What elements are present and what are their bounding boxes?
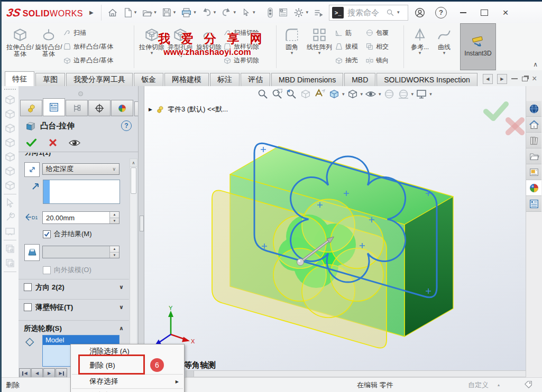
tab-scroll-left-icon[interactable]: ◀: [483, 74, 493, 84]
caret-down-icon[interactable]: ▾: [253, 10, 255, 15]
graphics-viewport[interactable]: ▾ ▾ ▾ ▾ ▾ ▶ 零件3 (默认) <<默...: [144, 86, 528, 378]
appearances-pane-button[interactable]: [526, 180, 541, 196]
shell-button[interactable]: 抽壳: [335, 54, 365, 67]
configuration-tab[interactable]: [66, 100, 88, 116]
boundary-cut-button[interactable]: 边界切除: [223, 54, 273, 67]
checkbox-checked-icon[interactable]: [43, 230, 51, 238]
view-cube-icon[interactable]: [4, 108, 16, 120]
selected-contours-section-header[interactable]: 所选轮廓(S) ∧: [19, 320, 129, 336]
sw-resources-button[interactable]: [526, 101, 541, 117]
doc-close-icon[interactable]: ×: [532, 74, 537, 83]
caret-down-icon[interactable]: ▾: [306, 10, 308, 15]
draft-button[interactable]: [24, 244, 40, 261]
revolved-boss-button[interactable]: 旋转凸台/基体: [34, 25, 63, 69]
scroll-up-icon[interactable]: ∧: [130, 159, 137, 167]
tab-annotations[interactable]: 标注: [210, 73, 240, 86]
tab-sheet-metal[interactable]: 钣金: [134, 73, 163, 86]
annotation-view-icon[interactable]: [314, 88, 326, 100]
splitter-handle[interactable]: [140, 216, 144, 231]
flyout-feature-tree[interactable]: ▶ 零件3 (默认) <<默...: [149, 105, 228, 114]
zoom-fit-icon[interactable]: [256, 88, 269, 100]
caret-down-icon[interactable]: ▾: [233, 10, 236, 15]
caret-down-icon[interactable]: ▾: [397, 10, 400, 15]
mirror-button[interactable]: 镜向: [365, 54, 400, 67]
direction-reference-box[interactable]: [43, 180, 120, 204]
view-cube-icon[interactable]: [4, 179, 16, 192]
zoom-area-icon[interactable]: [271, 88, 283, 100]
instant3d-button[interactable]: Instant3D: [460, 23, 496, 70]
end-condition-dropdown[interactable]: 给定深度 ∨: [42, 163, 120, 175]
panel-scrollbar[interactable]: ∧: [130, 158, 137, 365]
save-button[interactable]: ▾: [159, 5, 179, 21]
new-document-button[interactable]: ▾: [121, 5, 140, 21]
reference-geometry-button[interactable]: 参考... ▾: [407, 25, 433, 69]
ok-check-icon[interactable]: [26, 138, 38, 147]
design-library-button[interactable]: [526, 133, 541, 148]
reverse-direction-button[interactable]: [24, 162, 40, 177]
copy-layers-icon[interactable]: [4, 242, 16, 255]
tag-icon[interactable]: [524, 380, 532, 389]
section-view-icon[interactable]: [299, 88, 312, 100]
model-3d-preview[interactable]: [144, 86, 528, 378]
undo-button[interactable]: ▾: [199, 5, 219, 21]
feature-tree-tab[interactable]: [20, 100, 42, 116]
display-style-icon[interactable]: [346, 88, 359, 100]
tab-mbd[interactable]: MBD: [344, 73, 375, 86]
appearances-tab[interactable]: [111, 100, 133, 116]
custom-properties-button[interactable]: [526, 196, 541, 212]
dimxpert-tab[interactable]: [88, 100, 111, 116]
preview-eye-icon[interactable]: [68, 138, 81, 147]
doc-minimize-icon[interactable]: [511, 78, 518, 79]
customize-status[interactable]: 自定义: [468, 380, 489, 390]
caret-down-icon[interactable]: ▾: [411, 92, 414, 97]
view-cube-icon[interactable]: [4, 136, 16, 149]
logo-flyout-icon[interactable]: ▶: [89, 10, 94, 15]
doc-restore-icon[interactable]: [522, 77, 528, 81]
tab-share-tools[interactable]: 我爱分享网工具: [66, 73, 133, 86]
mouse-gestures-button[interactable]: [265, 5, 275, 21]
options-button[interactable]: ▾: [291, 5, 311, 21]
select-button[interactable]: ▾: [238, 5, 258, 21]
home-button[interactable]: [105, 5, 121, 21]
caret-down-icon[interactable]: ▾: [134, 10, 137, 15]
search-icon[interactable]: [386, 8, 394, 17]
help-icon[interactable]: ?: [121, 120, 132, 131]
tools-wrench-icon[interactable]: [4, 211, 16, 223]
view-settings-icon[interactable]: [415, 88, 428, 100]
screen-capture-icon[interactable]: [4, 225, 16, 238]
panel-splitter[interactable]: [138, 86, 144, 378]
view-palette-button[interactable]: [526, 164, 541, 180]
depth-spinner[interactable]: 20.00mm ▲ ▼: [42, 211, 120, 224]
property-manager-tab[interactable]: [43, 98, 65, 116]
caret-down-icon[interactable]: ▾: [318, 51, 321, 55]
caret-down-icon[interactable]: ▾: [342, 92, 345, 97]
checkbox-unchecked-icon[interactable]: [24, 283, 32, 291]
checkbox-unchecked-icon[interactable]: [24, 303, 32, 311]
caret-down-icon[interactable]: ▾: [379, 92, 381, 97]
tab-inspection[interactable]: SOLIDWORKS Inspection: [376, 73, 477, 86]
maximize-button[interactable]: [474, 5, 495, 21]
boundary-boss-button[interactable]: 边界凸台/基体: [63, 54, 131, 67]
draft-button[interactable]: 拔模: [335, 40, 365, 53]
confirm-cancel-icon[interactable]: [508, 120, 522, 133]
tab-mesh-modeling[interactable]: 网格建模: [164, 73, 209, 86]
flyout-arrow-icon[interactable]: ▶: [149, 107, 152, 112]
lofted-cut-button[interactable]: 放样切除: [223, 40, 273, 53]
caret-up-icon[interactable]: ▴: [498, 382, 500, 387]
intersect-button[interactable]: 相交: [365, 40, 400, 53]
quick-snaps-button[interactable]: [311, 5, 326, 21]
home-pane-button[interactable]: [526, 117, 541, 133]
cancel-x-icon[interactable]: [48, 138, 58, 147]
account-button[interactable]: [411, 5, 428, 21]
print-button[interactable]: ▾: [178, 5, 199, 21]
menu-item-customize-menu[interactable]: 自定义菜单(M): [71, 389, 184, 392]
caret-down-icon[interactable]: ▾: [194, 10, 196, 15]
caret-down-icon[interactable]: ▾: [214, 10, 216, 15]
caret-down-icon[interactable]: ▾: [151, 51, 153, 55]
thin-feature-section-header[interactable]: 薄壁特征(T) ∨: [19, 299, 129, 315]
caret-down-icon[interactable]: ▾: [154, 10, 157, 15]
help-button[interactable]: ?: [433, 5, 449, 21]
wrap-button[interactable]: 包覆: [365, 26, 400, 39]
tab-sketch[interactable]: 草图: [35, 73, 65, 86]
view-cube-icon[interactable]: [4, 122, 16, 135]
